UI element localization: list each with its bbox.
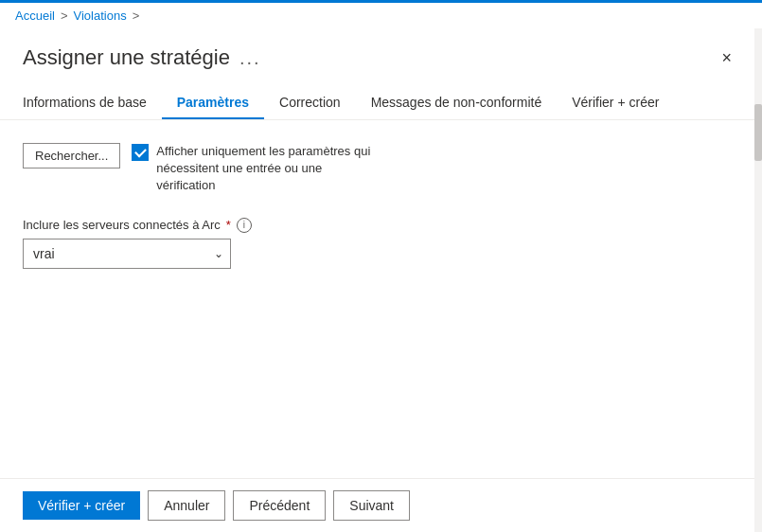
tab-verifier[interactable]: Vérifier + créer bbox=[557, 87, 674, 119]
scrollbar-thumb[interactable] bbox=[754, 104, 762, 161]
filter-checkbox-wrapper[interactable] bbox=[132, 144, 149, 161]
filter-checkbox-row: Afficher uniquement les paramètres qui n… bbox=[132, 143, 739, 195]
breadcrumb-home[interactable]: Accueil bbox=[15, 9, 55, 23]
filter-checkbox-label: Afficher uniquement les paramètres qui n… bbox=[156, 143, 383, 195]
previous-button[interactable]: Précédent bbox=[233, 490, 326, 521]
tab-parametres[interactable]: Paramètres bbox=[162, 87, 264, 119]
required-indicator: * bbox=[226, 218, 231, 232]
arc-servers-label-text: Inclure les serveurs connectés à Arc bbox=[23, 218, 221, 232]
arc-servers-select[interactable]: vrai faux bbox=[23, 239, 231, 269]
info-icon[interactable]: i bbox=[237, 218, 252, 233]
search-button[interactable]: Rechercher... bbox=[23, 143, 120, 168]
footer: Vérifier + créer Annuler Précédent Suiva… bbox=[0, 478, 762, 532]
dialog-ellipsis[interactable]: ... bbox=[239, 47, 261, 69]
breadcrumb-violations[interactable]: Violations bbox=[74, 9, 127, 23]
dialog-title: Assigner une stratégie bbox=[23, 45, 230, 70]
arc-servers-field: Inclure les serveurs connectés à Arc * i… bbox=[23, 218, 739, 269]
tab-informations[interactable]: Informations de base bbox=[23, 87, 162, 119]
tab-messages[interactable]: Messages de non-conformité bbox=[356, 87, 558, 119]
dialog: Assigner une stratégie ... × Information… bbox=[0, 28, 762, 532]
tabs-bar: Informations de base Paramètres Correcti… bbox=[0, 70, 762, 120]
dialog-title-row: Assigner une stratégie ... bbox=[23, 45, 261, 70]
content-area: Rechercher... Afficher uniquement les pa… bbox=[0, 120, 762, 478]
arc-servers-select-wrapper: vrai faux ⌄ bbox=[23, 239, 231, 269]
tab-correction[interactable]: Correction bbox=[264, 87, 356, 119]
breadcrumb-sep2: > bbox=[133, 9, 140, 23]
arc-servers-label: Inclure les serveurs connectés à Arc * i bbox=[23, 218, 739, 233]
next-button[interactable]: Suivant bbox=[333, 490, 410, 521]
cancel-button[interactable]: Annuler bbox=[148, 490, 225, 521]
scrollbar-track bbox=[754, 28, 762, 532]
toolbar-row: Rechercher... Afficher uniquement les pa… bbox=[23, 143, 739, 195]
verify-create-button[interactable]: Vérifier + créer bbox=[23, 491, 140, 520]
breadcrumb-bar: Accueil > Violations > bbox=[0, 0, 762, 28]
dialog-header: Assigner une stratégie ... × bbox=[0, 28, 762, 70]
breadcrumb-sep1: > bbox=[61, 9, 68, 23]
close-button[interactable]: × bbox=[714, 45, 739, 70]
